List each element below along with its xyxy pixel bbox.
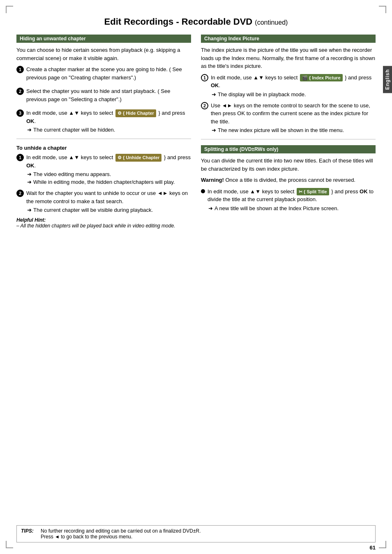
index-step-1-arrow: ➜ The display will be in playback mode. [211, 91, 376, 97]
right-column: Changing Index Picture The index picture… [201, 35, 376, 216]
arrow-icon-3: ➜ [27, 127, 32, 133]
page-title: Edit Recordings - Recordable DVD (contin… [16, 16, 376, 27]
unhide-step-2: 2 Wait for the chapter you want to unhid… [16, 189, 191, 213]
index-intro: The index picture is the picture of the … [201, 46, 376, 70]
step-2-text: Select the chapter you want to hide and … [26, 87, 191, 103]
step-1-circle: 1 [16, 66, 24, 73]
section-hiding-header: Hiding an unwanted chapter [16, 35, 191, 43]
unhide-chapter-badge: ⚙ { Unhide Chapter [115, 154, 161, 162]
step-3-arrow-text: The current chapter will be hidden. [33, 127, 115, 133]
unhide-step-1-content: In edit mode, use ▲▼ keys to select ⚙ { … [26, 153, 191, 185]
step-3-text: In edit mode, use ▲▼ keys to select ⚙ { … [26, 109, 191, 125]
index-step-2-content: Use ◄► keys on the remote control to sea… [211, 102, 376, 134]
split-step-dot [201, 189, 205, 193]
split-step-arrow: ➜ A new title will be shown at the Index… [208, 205, 376, 211]
tips-line-2: Press ◄ to go back to the previous menu. [41, 534, 132, 540]
index-step-1-content: In edit mode, use ▲▼ keys to select 🎬 { … [211, 74, 376, 97]
hide-chapter-icon: ⚙ [118, 110, 122, 117]
unhide-step-2-arrow-text: The current chapter will be visible duri… [33, 207, 153, 213]
unhide-step-1: 1 In edit mode, use ▲▼ keys to select ⚙ … [16, 153, 191, 185]
split-step-before: In edit mode, use ▲▼ keys to select [208, 188, 294, 195]
hiding-intro: You can choose to hide certain scenes fr… [16, 46, 191, 62]
unhide-chapter-icon: ⚙ [118, 154, 122, 161]
index-step-2-arrow-text: The new index picture will be shown in t… [218, 127, 344, 133]
hide-step-3: 3 In edit mode, use ▲▼ keys to select ⚙ … [16, 109, 191, 133]
corner-mark-tr [379, 6, 386, 13]
hide-step-1: 1 Create a chapter marker at the scene y… [16, 65, 191, 83]
index-step-2-text: Use ◄► keys on the remote control to sea… [211, 102, 376, 126]
corner-mark-tl [6, 6, 13, 13]
unhide-arrow-1: ➜ The video editing menu appears. [26, 171, 191, 177]
index-step-1-before: In edit mode, use ▲▼ keys to select [211, 74, 297, 81]
unhide-heading: To unhide a chapter [16, 145, 191, 151]
main-columns: Hiding an unwanted chapter You can choos… [16, 35, 376, 229]
split-intro: You can divide the current title into tw… [201, 157, 376, 173]
split-step-1: In edit mode, use ▲▼ keys to select ✂ { … [201, 188, 376, 211]
warning-label: Warning! [201, 177, 224, 183]
index-step-1-arrow-text: The display will be in playback mode. [218, 91, 306, 97]
split-step-after: } and press OK [331, 188, 369, 195]
sidebar-language-label: English [383, 66, 392, 93]
unhide-step-2-arrow: ➜ The current chapter will be visible du… [26, 207, 191, 213]
index-step-2-arrow: ➜ The new index picture will be shown in… [211, 127, 376, 133]
step-2-circle: 2 [16, 88, 24, 95]
step-3-circle: 3 [16, 109, 24, 117]
tips-line-1: No further recording and editing can be … [41, 528, 201, 534]
hint-text: – All the hidden chapters will be played… [16, 223, 175, 229]
page-number: 61 [370, 545, 376, 551]
step-3-content: In edit mode, use ▲▼ keys to select ⚙ { … [26, 109, 191, 133]
split-title-badge: ✂ { Split Title [297, 188, 329, 196]
split-warning: Warning! Once a title is divided, the pr… [201, 176, 376, 184]
divider-unhide [16, 139, 191, 139]
tips-label: TIPS: [21, 528, 37, 534]
index-step-2-circle: 2 [201, 102, 208, 109]
page-title-continued: (continued) [255, 19, 288, 26]
split-title-icon: ✂ [299, 188, 302, 195]
unhide-arrow-2-text: While in editing mode, the hidden chapte… [33, 179, 175, 185]
step-3-before: In edit mode, use ▲▼ keys to select [26, 110, 113, 116]
page-title-main: Edit Recordings - Recordable DVD [104, 16, 253, 27]
section-index-header: Changing Index Picture [201, 35, 376, 43]
index-picture-icon: 🎬 [302, 74, 308, 81]
unhide-step-2-text: Wait for the chapter you want to unhide … [26, 189, 191, 205]
step-2-content: Select the chapter you want to hide and … [26, 87, 191, 105]
divider-split [201, 139, 376, 139]
unhide-step-1-circle: 1 [16, 154, 24, 161]
tips-bar: TIPS: No further recording and editing c… [16, 525, 376, 542]
helpful-hint: Helpful Hint: – All the hidden chapters … [16, 217, 191, 229]
unhide-step-1-before: In edit mode, use ▲▼ keys to select [26, 154, 113, 160]
step-1-text: Create a chapter marker at the scene you… [26, 65, 191, 81]
page: English Edit Recordings - Recordable DVD… [0, 0, 392, 554]
left-column: Hiding an unwanted chapter You can choos… [16, 35, 191, 229]
index-step-1: 1 In edit mode, use ▲▼ keys to select 🎬 … [201, 74, 376, 97]
index-picture-badge: 🎬 { Index Picture [300, 74, 342, 82]
unhide-step-2-content: Wait for the chapter you want to unhide … [26, 189, 191, 213]
unhide-arrow-1-text: The video editing menu appears. [33, 171, 111, 177]
step-3-arrow: ➜ The current chapter will be hidden. [26, 127, 191, 133]
hide-step-2: 2 Select the chapter you want to hide an… [16, 87, 191, 105]
corner-mark-br [379, 541, 386, 548]
hint-label: Helpful Hint: [16, 217, 46, 223]
corner-mark-bl [6, 541, 13, 548]
step-1-content: Create a chapter marker at the scene you… [26, 65, 191, 83]
unhide-step-1-text: In edit mode, use ▲▼ keys to select ⚙ { … [26, 153, 191, 169]
split-step-content: In edit mode, use ▲▼ keys to select ✂ { … [208, 188, 376, 211]
index-step-2: 2 Use ◄► keys on the remote control to s… [201, 102, 376, 134]
index-step-1-text: In edit mode, use ▲▼ keys to select 🎬 { … [211, 74, 376, 90]
tips-content: No further recording and editing can be … [41, 528, 201, 540]
section-split-header: Splitting a title (DVD±RWs only) [201, 145, 376, 153]
hide-chapter-badge: ⚙ { Hide Chapter [115, 109, 156, 117]
split-step-text: In edit mode, use ▲▼ keys to select ✂ { … [208, 188, 376, 204]
unhide-step-2-circle: 2 [16, 190, 24, 197]
split-step-arrow-text: A new title will be shown at the Index P… [214, 205, 339, 211]
index-step-1-circle: 1 [201, 74, 208, 81]
unhide-arrow-2: ➜ While in editing mode, the hidden chap… [26, 179, 191, 185]
warning-text: Once a title is divided, the process can… [225, 177, 355, 183]
